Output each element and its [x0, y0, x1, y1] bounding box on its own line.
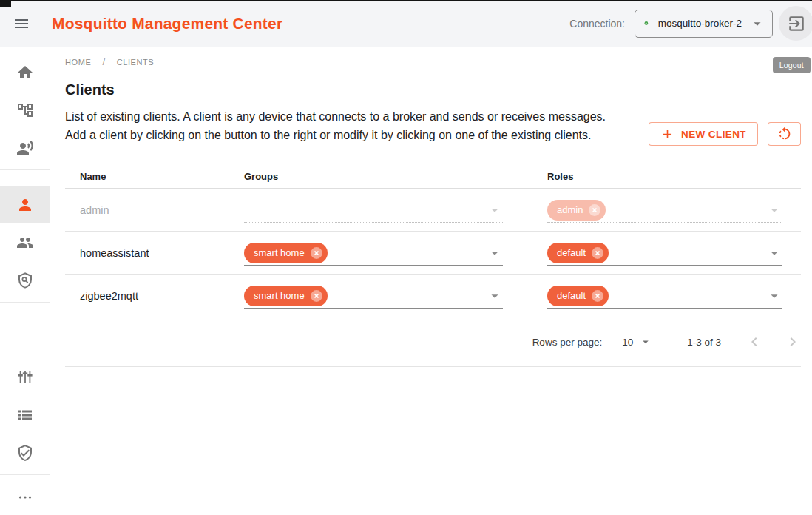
- chevron-down-icon: [487, 202, 503, 218]
- chip-remove-icon[interactable]: [590, 246, 605, 260]
- sliders-icon: [16, 368, 34, 386]
- breadcrumb-separator: /: [102, 56, 105, 67]
- chevron-down-icon: [766, 202, 782, 218]
- column-header-groups: Groups: [244, 171, 547, 182]
- breadcrumb-home[interactable]: HOME: [65, 58, 91, 67]
- roles-select[interactable]: admin: [547, 198, 782, 223]
- chevron-down-icon: [487, 288, 503, 304]
- groups-cell: smart home: [244, 275, 547, 317]
- rows-per-page-select[interactable]: 10: [622, 335, 652, 349]
- column-header-name: Name: [65, 171, 244, 182]
- chevron-right-icon: [784, 333, 802, 351]
- chevron-left-icon: [745, 333, 763, 351]
- menu-button[interactable]: [7, 9, 36, 38]
- role-chip[interactable]: default: [547, 286, 609, 306]
- refresh-icon: [777, 126, 793, 142]
- breadcrumb-clients: CLIENTS: [117, 58, 155, 67]
- description-row: List of existing clients. A client is an…: [65, 107, 801, 146]
- breadcrumb: HOME / CLIENTS: [65, 56, 801, 67]
- page-title: Clients: [65, 81, 801, 98]
- connection-value: mosquitto-broker-2: [658, 18, 742, 29]
- policy-icon: [16, 272, 34, 289]
- table-row[interactable]: adminadmin: [65, 189, 801, 232]
- rows-per-page-label: Rows per page:: [532, 337, 603, 348]
- logout-tooltip: Logout: [773, 57, 811, 73]
- chevron-down-icon: [766, 288, 782, 304]
- previous-page-button[interactable]: [742, 329, 767, 354]
- chevron-down-icon: [749, 16, 765, 32]
- sidebar-item-roles[interactable]: [0, 261, 50, 299]
- main-content: Logout HOME / CLIENTS Clients List of ex…: [50, 47, 812, 515]
- connection-select[interactable]: mosquitto-broker-2: [635, 10, 773, 38]
- appbar-right: Connection: mosquitto-broker-2: [569, 6, 812, 41]
- roles-select[interactable]: default: [547, 241, 782, 266]
- group-chip[interactable]: smart home: [244, 243, 328, 263]
- sidebar-item-groups[interactable]: [0, 223, 50, 261]
- chevron-down-icon: [766, 245, 782, 261]
- app-bar: Mosquitto Management Center Connection: …: [0, 0, 812, 47]
- role-chip[interactable]: admin: [547, 200, 606, 221]
- shield-check-icon: [16, 444, 34, 462]
- person-icon: [16, 196, 34, 214]
- chevron-down-icon: [487, 245, 503, 261]
- table-row[interactable]: homeassistantsmart homedefault: [65, 232, 801, 275]
- sidebar-spacer: [0, 306, 50, 352]
- topology-icon: [16, 101, 34, 119]
- sidebar-item-logs[interactable]: [0, 396, 50, 434]
- logout-button[interactable]: [779, 6, 812, 41]
- page-actions: NEW CLIENT: [649, 107, 801, 146]
- app-title: Mosquitto Management Center: [52, 15, 282, 33]
- next-page-button[interactable]: [780, 329, 805, 354]
- hamburger-icon: [13, 15, 30, 33]
- groups-cell: smart home: [244, 232, 547, 274]
- sidebar-group-3: [0, 352, 50, 471]
- client-name-cell: admin: [65, 189, 244, 231]
- pagination-range: 1-3 of 3: [687, 337, 721, 348]
- chip-remove-icon[interactable]: [587, 203, 602, 218]
- roles-cell: default: [547, 275, 801, 317]
- window-corner: [0, 0, 11, 7]
- sidebar-item-more[interactable]: [0, 478, 50, 515]
- groups-select[interactable]: smart home: [244, 241, 503, 266]
- rows-per-page-value: 10: [622, 337, 633, 348]
- sidebar-item-security[interactable]: [0, 434, 50, 471]
- sidebar-group-1: [0, 47, 50, 166]
- sidebar-item-home[interactable]: [0, 53, 50, 91]
- roles-cell: admin: [547, 189, 801, 231]
- chip-remove-icon[interactable]: [309, 289, 324, 303]
- new-client-button[interactable]: NEW CLIENT: [649, 122, 758, 146]
- home-icon: [16, 64, 34, 81]
- plus-icon: [660, 127, 674, 141]
- page-description: List of existing clients. A client is an…: [65, 107, 618, 146]
- record-voice-icon: [16, 139, 34, 157]
- chevron-down-icon: [639, 335, 652, 349]
- role-chip[interactable]: default: [547, 243, 609, 263]
- groups-select[interactable]: smart home: [244, 284, 503, 309]
- chip-remove-icon[interactable]: [309, 246, 324, 260]
- client-name-cell: zigbee2mqtt: [65, 275, 244, 317]
- sidebar-divider: [0, 302, 50, 303]
- ellipsis-icon: [16, 488, 34, 506]
- new-client-label: NEW CLIENT: [681, 129, 746, 140]
- group-chip[interactable]: smart home: [244, 286, 328, 306]
- sidebar-group-2: [0, 173, 50, 299]
- refresh-button[interactable]: [768, 122, 801, 146]
- sidebar-item-topology[interactable]: [0, 91, 50, 129]
- table-row[interactable]: zigbee2mqttsmart homedefault: [65, 275, 801, 317]
- client-name-cell: homeassistant: [65, 232, 244, 274]
- sidebar-item-broadcast[interactable]: [0, 129, 50, 166]
- table-header: Name Groups Roles: [65, 164, 801, 189]
- sidebar-item-settings[interactable]: [0, 358, 50, 396]
- chip-remove-icon[interactable]: [590, 289, 605, 303]
- sidebar-divider: [0, 169, 50, 170]
- clients-table: Name Groups Roles adminadminhomeassistan…: [65, 164, 801, 367]
- connection-label: Connection:: [569, 18, 625, 30]
- exit-to-app-icon: [787, 14, 806, 33]
- sidebar-divider: [0, 474, 50, 475]
- roles-select[interactable]: default: [547, 284, 782, 309]
- column-header-roles: Roles: [547, 171, 801, 182]
- groups-cell: [244, 189, 547, 231]
- groups-select[interactable]: [244, 198, 503, 223]
- sidebar: [0, 47, 50, 515]
- sidebar-item-clients[interactable]: [0, 186, 50, 223]
